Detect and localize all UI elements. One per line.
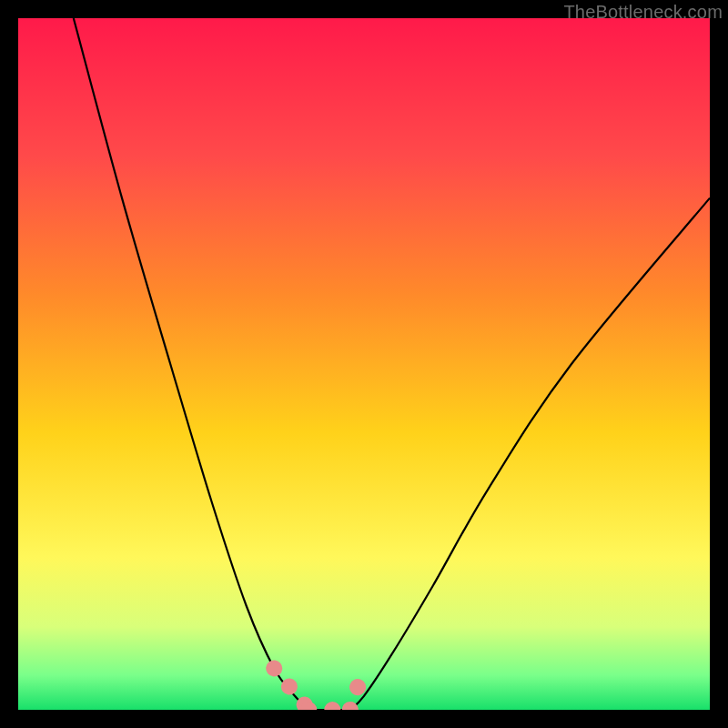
- curve-right: [350, 198, 710, 710]
- curve-left: [74, 18, 308, 710]
- chart-plot: [18, 18, 710, 710]
- chart-frame: [18, 18, 710, 710]
